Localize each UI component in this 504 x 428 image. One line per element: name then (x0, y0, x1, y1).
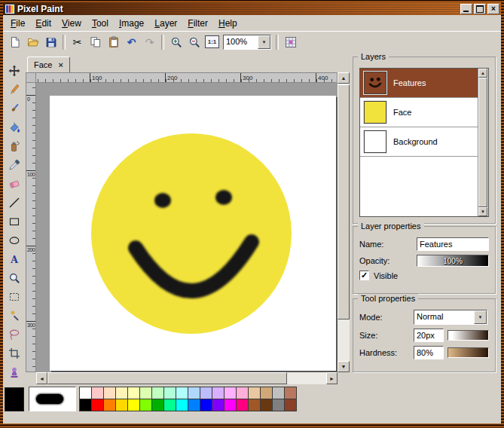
ellipse-tool[interactable] (5, 231, 23, 249)
palette-swatch[interactable] (176, 399, 188, 411)
palette-swatch[interactable] (200, 387, 212, 399)
menu-item-layer[interactable]: Layer (150, 17, 182, 30)
palette-swatch[interactable] (260, 387, 273, 399)
palette-swatch[interactable] (260, 399, 273, 411)
clone-stamp-tool[interactable] (5, 363, 23, 381)
palette-swatch[interactable] (151, 399, 164, 411)
scroll-right-button[interactable]: ► (326, 372, 338, 384)
brush-tool[interactable] (5, 99, 23, 118)
palette-swatch[interactable] (224, 399, 237, 411)
tab-close-icon[interactable]: × (58, 60, 63, 69)
palette-swatch[interactable] (115, 399, 128, 411)
menu-item-tool[interactable]: Tool (87, 17, 113, 30)
paste-button[interactable] (105, 33, 122, 50)
grid-toggle-button[interactable] (282, 33, 299, 50)
vertical-scroll-thumb[interactable] (338, 84, 350, 319)
chevron-down-icon[interactable]: ▼ (258, 35, 270, 49)
palette-swatch[interactable] (79, 399, 92, 411)
layer-row-face[interactable]: Face (360, 98, 478, 127)
menu-item-edit[interactable]: Edit (31, 17, 56, 30)
palette-swatch[interactable] (272, 387, 285, 399)
chevron-down-icon[interactable]: ▼ (474, 310, 487, 324)
tab-face[interactable]: Face × (27, 57, 70, 72)
palette-swatch[interactable] (224, 387, 237, 399)
spray-tool[interactable] (5, 137, 23, 155)
magic-wand-tool[interactable] (5, 307, 23, 325)
redo-button[interactable]: ↷ (141, 33, 158, 50)
zoom-in-button[interactable] (167, 33, 185, 50)
menu-item-filter[interactable]: Filter (183, 17, 212, 30)
palette-swatch[interactable] (115, 387, 128, 399)
minimize-button[interactable] (460, 4, 472, 14)
palette-swatch[interactable] (103, 387, 116, 399)
open-button[interactable] (24, 33, 41, 50)
palette-swatch[interactable] (127, 399, 140, 411)
actual-size-button[interactable]: 1:1 (203, 33, 221, 50)
save-button[interactable] (42, 33, 60, 50)
palette-swatch[interactable] (236, 399, 249, 411)
current-color-well[interactable] (5, 387, 24, 411)
zoom-out-button[interactable] (185, 33, 203, 50)
mode-dropdown[interactable]: Normal ▼ (414, 310, 487, 325)
palette-swatch[interactable] (163, 387, 176, 399)
layer-row-features[interactable]: Features (360, 69, 478, 98)
hardness-slider[interactable] (447, 347, 489, 358)
rectangle-tool[interactable] (5, 212, 23, 231)
lasso-tool[interactable] (5, 326, 23, 344)
eyedropper-tool[interactable] (5, 156, 23, 174)
canvas-viewport[interactable] (36, 83, 338, 372)
palette-swatch[interactable] (79, 387, 92, 399)
scroll-left-button[interactable]: ◄ (36, 372, 47, 384)
vertical-scrollbar[interactable]: ▲ ▼ (338, 72, 350, 372)
palette-swatch[interactable] (212, 399, 225, 411)
menu-item-help[interactable]: Help (214, 17, 242, 30)
horizontal-scrollbar[interactable]: ◄ ► (36, 372, 338, 384)
size-slider[interactable] (447, 330, 489, 341)
layers-scrollbar[interactable]: ▲ ▼ (478, 69, 488, 216)
scroll-down-button[interactable]: ▼ (338, 361, 350, 372)
horizontal-scroll-thumb[interactable] (47, 372, 287, 384)
palette-swatch[interactable] (91, 399, 104, 411)
zoom-tool[interactable] (5, 269, 23, 287)
new-button[interactable] (6, 33, 23, 50)
palette-swatch[interactable] (176, 387, 188, 399)
palette-swatch[interactable] (212, 387, 225, 399)
palette-swatch[interactable] (188, 399, 200, 411)
scroll-up-button[interactable]: ▲ (338, 72, 350, 84)
menu-item-view[interactable]: View (57, 17, 86, 30)
palette-swatch[interactable] (200, 399, 212, 411)
text-tool[interactable]: A (5, 250, 23, 268)
select-rectangle-tool[interactable] (5, 288, 23, 306)
palette-swatch[interactable] (139, 387, 152, 399)
palette-swatch[interactable] (91, 387, 104, 399)
close-button[interactable]: × (487, 4, 499, 14)
move-tool[interactable] (5, 62, 23, 80)
scroll-down-button[interactable]: ▼ (478, 207, 487, 216)
line-tool[interactable] (5, 194, 23, 212)
hardness-input[interactable] (414, 346, 444, 359)
palette-swatch[interactable] (103, 399, 116, 411)
palette-swatch[interactable] (284, 387, 297, 399)
palette-swatch[interactable] (272, 399, 285, 411)
palette-swatch[interactable] (248, 387, 261, 399)
palette-swatch[interactable] (236, 387, 249, 399)
layers-scroll-thumb[interactable] (478, 78, 487, 207)
palette-swatch[interactable] (248, 399, 261, 411)
scroll-up-button[interactable]: ▲ (478, 69, 487, 78)
maximize-button[interactable] (474, 4, 486, 14)
undo-button[interactable]: ↶ (123, 33, 140, 50)
canvas-page[interactable] (50, 96, 336, 371)
cut-button[interactable]: ✂ (69, 33, 86, 50)
pencil-tool[interactable] (5, 81, 23, 99)
palette-swatch[interactable] (139, 399, 152, 411)
size-input[interactable] (414, 329, 444, 342)
palette-swatch[interactable] (188, 387, 200, 399)
eraser-tool[interactable] (5, 175, 23, 193)
palette-swatch[interactable] (127, 387, 140, 399)
crop-tool[interactable] (5, 344, 23, 362)
palette-swatch[interactable] (284, 399, 297, 411)
title-bar[interactable]: Pixel Paint × (3, 2, 501, 15)
opacity-slider[interactable]: 100% (417, 255, 489, 267)
layer-name-input[interactable] (417, 237, 489, 251)
copy-button[interactable] (87, 33, 104, 50)
